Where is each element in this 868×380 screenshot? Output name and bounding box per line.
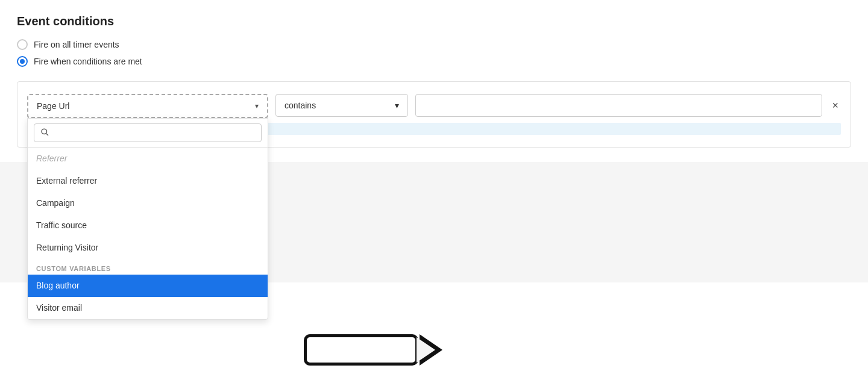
dropdown-menu: Referrer External referrer Campaign Traf… bbox=[27, 118, 268, 320]
operator-dropdown-btn[interactable]: contains ▾ bbox=[275, 94, 408, 117]
condition-row-1: Page Url ▾ bbox=[27, 94, 841, 118]
radio-option-1[interactable]: Fire on all timer events bbox=[17, 39, 851, 50]
page-container: Event conditions Fire on all timer event… bbox=[0, 0, 868, 380]
dropdown-item-referrer[interactable]: Referrer bbox=[28, 148, 268, 170]
radio-group: Fire on all timer events Fire when condi… bbox=[17, 39, 851, 67]
chevron-down-icon: ▾ bbox=[255, 102, 259, 110]
dropdown-search-container bbox=[28, 119, 268, 148]
dropdown-item-campaign[interactable]: Campaign bbox=[28, 192, 268, 214]
operator-value: contains bbox=[285, 101, 316, 110]
operator-dropdown[interactable]: contains ▾ bbox=[275, 94, 408, 117]
dropdown-item-external-referrer[interactable]: External referrer bbox=[28, 170, 268, 192]
search-icon bbox=[40, 128, 49, 138]
value-input[interactable] bbox=[415, 94, 822, 117]
dropdown-item-returning-visitor[interactable]: Returning Visitor bbox=[28, 237, 268, 259]
dropdown-search-input[interactable] bbox=[54, 128, 255, 138]
page-title: Event conditions bbox=[17, 14, 851, 28]
svg-line-1 bbox=[46, 133, 48, 135]
radio-label-1: Fire on all timer events bbox=[34, 40, 119, 49]
radio-circle-1 bbox=[17, 39, 28, 50]
condition-card: Page Url ▾ bbox=[17, 81, 851, 148]
dropdown-item-blog-author[interactable]: Blog author bbox=[28, 275, 268, 297]
arrow-head-inner bbox=[417, 337, 435, 363]
variable-dropdown-value: Page Url bbox=[37, 101, 69, 111]
dropdown-search-inner bbox=[34, 123, 262, 142]
arrow-shape bbox=[304, 334, 418, 366]
variable-dropdown-btn[interactable]: Page Url ▾ bbox=[27, 94, 268, 118]
delete-condition-button[interactable]: × bbox=[829, 94, 841, 117]
arrow-box bbox=[304, 334, 418, 366]
variable-dropdown[interactable]: Page Url ▾ bbox=[27, 94, 268, 118]
radio-circle-2 bbox=[17, 56, 28, 67]
dropdown-item-visitor-email[interactable]: Visitor email bbox=[28, 297, 268, 319]
dropdown-item-traffic-source[interactable]: Traffic source bbox=[28, 214, 268, 237]
custom-variables-label: CUSTOM VARIABLES bbox=[28, 259, 268, 275]
value-input-container bbox=[415, 94, 822, 117]
radio-label-2: Fire when conditions are met bbox=[34, 57, 142, 66]
operator-chevron-icon: ▾ bbox=[395, 101, 399, 110]
radio-option-2[interactable]: Fire when conditions are met bbox=[17, 56, 851, 67]
arrow-annotation bbox=[304, 334, 418, 366]
